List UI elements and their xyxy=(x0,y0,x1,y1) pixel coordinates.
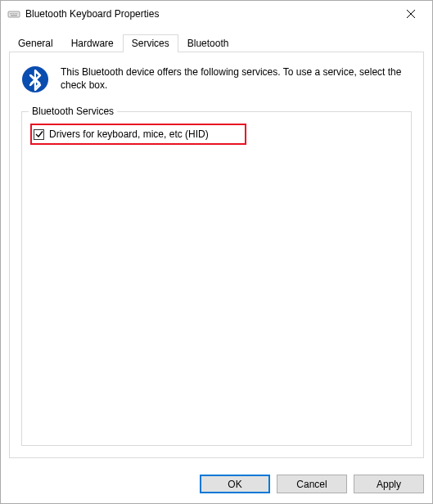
intro-text: This Bluetooth device offers the followi… xyxy=(61,65,412,92)
close-icon xyxy=(407,10,415,18)
svg-rect-5 xyxy=(16,13,17,14)
tab-label: Bluetooth xyxy=(187,38,229,49)
group-legend: Bluetooth Services xyxy=(29,106,117,117)
tab-label: Services xyxy=(132,38,169,49)
svg-rect-0 xyxy=(8,11,20,17)
tab-label: General xyxy=(18,38,53,49)
properties-dialog: Bluetooth Keyboard Properties General Ha… xyxy=(0,0,433,504)
client-area: General Hardware Services Bluetooth xyxy=(1,27,432,466)
button-label: Cancel xyxy=(296,479,327,490)
service-label: Drivers for keyboard, mice, etc (HID) xyxy=(49,128,209,140)
titlebar: Bluetooth Keyboard Properties xyxy=(1,1,432,27)
check-icon xyxy=(35,130,43,138)
svg-rect-3 xyxy=(13,13,14,14)
tab-bluetooth[interactable]: Bluetooth xyxy=(178,34,238,52)
window-title: Bluetooth Keyboard Properties xyxy=(25,8,395,20)
apply-button[interactable]: Apply xyxy=(354,475,424,493)
svg-rect-2 xyxy=(11,13,12,14)
tab-label: Hardware xyxy=(71,38,114,49)
button-label: Apply xyxy=(377,479,401,490)
dialog-buttons: OK Cancel Apply xyxy=(1,466,432,503)
tab-panel-services: This Bluetooth device offers the followi… xyxy=(9,52,424,458)
keyboard-icon xyxy=(7,7,20,20)
bluetooth-icon xyxy=(21,65,49,93)
tab-services[interactable]: Services xyxy=(123,34,178,52)
intro-row: This Bluetooth device offers the followi… xyxy=(21,65,412,93)
svg-rect-1 xyxy=(10,13,11,14)
tab-hardware[interactable]: Hardware xyxy=(62,34,123,52)
cancel-button[interactable]: Cancel xyxy=(277,475,347,493)
bluetooth-services-group: Bluetooth Services Drivers for keyboard,… xyxy=(21,111,412,446)
service-item-hid[interactable]: Drivers for keyboard, mice, etc (HID) xyxy=(30,124,246,145)
svg-rect-6 xyxy=(11,15,17,16)
checkbox-hid[interactable] xyxy=(34,129,44,140)
svg-rect-4 xyxy=(15,13,16,14)
ok-button[interactable]: OK xyxy=(200,475,270,493)
button-label: OK xyxy=(228,479,241,490)
tab-general[interactable]: General xyxy=(9,34,62,52)
tabstrip: General Hardware Services Bluetooth xyxy=(9,34,424,52)
close-button[interactable] xyxy=(395,2,427,25)
